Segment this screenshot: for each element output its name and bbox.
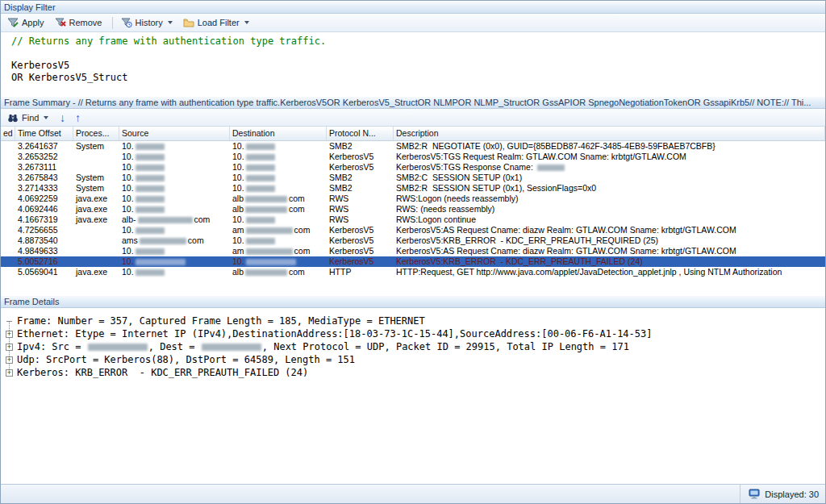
frame-row[interactable]: 5.005271610.10.KerberosV5KerberosV5:KRB_… <box>1 256 825 267</box>
frame-summary-toolbar: Find ↓ ↑ <box>1 109 825 127</box>
frame-row[interactable]: 4.1667319java.exealb-com10.RWSRWS:Logon … <box>1 215 825 225</box>
redacted-text <box>88 344 148 351</box>
remove-filter-icon <box>55 17 66 28</box>
find-button[interactable]: Find <box>3 110 54 126</box>
display-filter-toolbar: Apply Remove History <box>1 14 825 32</box>
column-header-proces[interactable]: Proces... <box>73 127 119 140</box>
redacted-text <box>136 185 165 192</box>
apply-filter-button[interactable]: Apply <box>3 15 50 31</box>
up-arrow-icon: ↑ <box>75 111 81 124</box>
detail-line[interactable]: +Udp: SrcPort = Kerberos(88), DstPort = … <box>6 353 822 366</box>
redacted-text <box>246 259 296 265</box>
column-header-source[interactable]: Source <box>119 127 230 140</box>
expand-icon[interactable]: + <box>6 331 13 338</box>
redacted-text <box>246 175 275 181</box>
redacted-text <box>246 185 275 192</box>
frame-row[interactable]: 3.2714333System10.10.SMB2SMB2:R SESSION … <box>1 183 825 194</box>
redacted-text <box>202 344 261 351</box>
redacted-text <box>136 196 165 202</box>
redacted-text <box>138 217 193 223</box>
redacted-text <box>136 259 186 265</box>
history-icon <box>121 17 132 28</box>
load-filter-label: Load Filter <box>198 18 240 27</box>
redacted-text <box>246 144 275 150</box>
filter-line: // Returns any frame with authentication… <box>11 35 822 48</box>
redacted-text <box>136 248 165 255</box>
redacted-text <box>246 238 275 244</box>
redacted-text <box>136 144 165 150</box>
remove-filter-label: Remove <box>69 18 102 27</box>
frame-row[interactable]: 4.984963310.amcomKerberosV5KerberosV5:AS… <box>1 246 825 256</box>
redacted-text <box>246 154 275 160</box>
redacted-text <box>246 248 293 255</box>
filter-line: OR KerberosV5_Struct <box>11 72 822 84</box>
expand-icon[interactable]: + <box>6 344 13 351</box>
details-lines: Frame: Number = 357, Captured Frame Leng… <box>1 308 825 484</box>
find-next-button[interactable]: ↓ <box>55 110 69 125</box>
frame-row[interactable]: 4.725665510.amcomKerberosV5KerberosV5:AS… <box>1 225 825 235</box>
filter-editor[interactable]: // Returns any frame with authentication… <box>1 32 825 96</box>
redacted-text <box>136 206 165 213</box>
redacted-text <box>245 269 287 276</box>
load-filter-button[interactable]: Load Filter <box>179 15 255 31</box>
detail-line[interactable]: +Kerberos: KRB_ERROR - KDC_ERR_PREAUTH_F… <box>6 366 822 379</box>
summary-rows: 3.2641637System10.10.SMB2SMB2:R NEGOTIAT… <box>1 141 825 295</box>
detail-line[interactable]: Frame: Number = 357, Captured Frame Leng… <box>6 314 822 327</box>
redacted-text <box>537 165 565 171</box>
frame-row[interactable]: 3.2641637System10.10.SMB2SMB2:R NEGOTIAT… <box>1 141 825 152</box>
redacted-text <box>136 227 165 234</box>
find-dropdown-arrow-icon <box>44 116 48 119</box>
display-filter-title: Display Filter <box>4 2 56 12</box>
column-header-description[interactable]: Description <box>394 127 825 140</box>
expand-icon[interactable]: + <box>6 369 13 377</box>
frame-row[interactable]: 4.0692259java.exe10.albcomRWSRWS:Logon (… <box>1 194 825 204</box>
frame-row[interactable]: 4.8873540amscom10.KerberosV5KerberosV5:K… <box>1 235 825 246</box>
netmon-window: Display Filter Apply Remove <box>0 0 826 504</box>
redacted-text <box>140 238 186 244</box>
redacted-text <box>136 269 165 276</box>
frame-row[interactable]: 3.2675843System10.10.SMB2SMB2:C SESSION … <box>1 173 825 183</box>
expand-icon[interactable]: + <box>6 356 13 364</box>
frame-row[interactable]: 5.0569041java.exe10.albcomHTTPHTTP:Reque… <box>1 267 825 277</box>
redacted-text <box>246 217 275 223</box>
network-monitor-icon <box>749 489 760 499</box>
frame-row[interactable]: 3.267311110.10.KerberosV5KerberosV5:TGS … <box>1 162 825 173</box>
tree-tick <box>6 318 13 325</box>
frame-details-titlebar[interactable]: Frame Details <box>1 295 825 308</box>
history-label: History <box>136 18 163 27</box>
display-filter-titlebar[interactable]: Display Filter <box>1 1 825 14</box>
redacted-text <box>245 196 287 202</box>
frame-row[interactable]: 4.0692446java.exe10.albcomRWSRWS: (needs… <box>1 204 825 215</box>
frame-details-title: Frame Details <box>4 297 59 306</box>
history-button[interactable]: History <box>117 15 178 31</box>
toolbar-separator <box>112 17 113 29</box>
status-bar: Displayed: 30 <box>1 484 825 503</box>
history-dropdown-arrow-icon <box>168 21 173 24</box>
redacted-text <box>136 154 165 160</box>
find-label: Find <box>22 113 39 123</box>
filter-line: KerberosV5 <box>11 60 822 72</box>
remove-filter-button[interactable]: Remove <box>51 15 108 31</box>
apply-filter-label: Apply <box>22 18 44 27</box>
detail-line[interactable]: +Ipv4: Src = , Dest = , Next Protocol = … <box>6 340 822 353</box>
redacted-text <box>246 227 293 234</box>
column-header-protocoln[interactable]: Protocol N... <box>327 127 394 140</box>
find-prev-button[interactable]: ↑ <box>70 110 85 125</box>
column-header-ed[interactable]: ed <box>1 127 15 140</box>
displayed-status: Displayed: 30 <box>740 485 819 503</box>
load-filter-icon <box>183 17 194 28</box>
summary-header-row: edTime OffsetProces...SourceDestinationP… <box>1 127 825 141</box>
frame-summary-titlebar[interactable]: Frame Summary - // Returns any frame wit… <box>1 96 825 109</box>
column-header-timeoffset[interactable]: Time Offset <box>15 127 73 140</box>
frame-summary-title: Frame Summary - // Returns any frame wit… <box>4 98 811 107</box>
detail-line[interactable]: +Ethernet: Etype = Internet IP (IPv4),De… <box>6 327 822 340</box>
filter-line <box>11 48 822 60</box>
column-header-destination[interactable]: Destination <box>230 127 327 140</box>
redacted-text <box>136 165 165 171</box>
binoculars-icon <box>7 112 19 123</box>
redacted-text <box>245 206 287 213</box>
down-arrow-icon: ↓ <box>60 111 65 124</box>
redacted-text <box>136 175 165 181</box>
frame-row[interactable]: 3.265325210.10.KerberosV5KerberosV5:TGS … <box>1 152 825 162</box>
apply-filter-icon <box>7 17 19 28</box>
